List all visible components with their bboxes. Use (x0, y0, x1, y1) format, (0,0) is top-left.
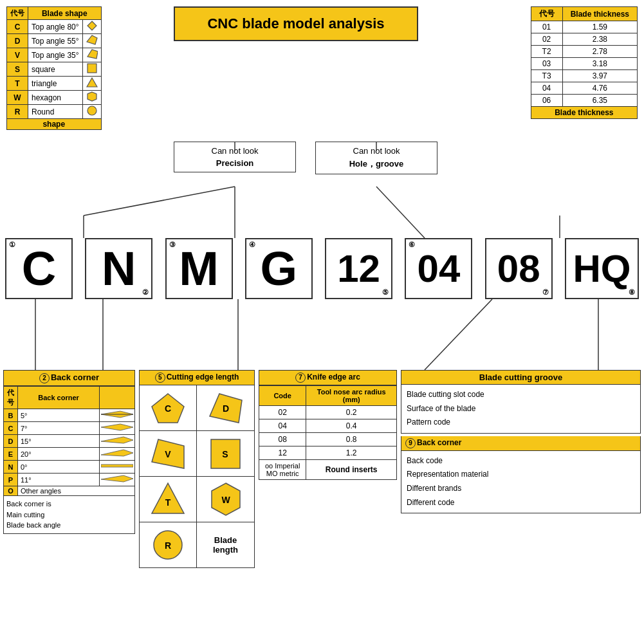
letters-row: ① C ② N ③ M ④ G ⑤ 12 ⑥ 04 ⑦ 08 (5, 238, 639, 299)
ke-code-02: 02 (259, 406, 306, 419)
back-corner-footer: Back corner isMain cuttingBlade back ang… (3, 496, 135, 534)
blade-groove-panel: Blade cutting groove Blade cutting slot … (401, 370, 641, 568)
svg-text:D: D (222, 403, 228, 414)
ke-radius-header: Tool nose arc radius(mm) (306, 386, 397, 406)
shape-code-V: V (7, 48, 28, 62)
svg-text:W: W (221, 495, 230, 505)
ce-grid-row3: T W (140, 477, 254, 522)
sub-line-4: Different code (407, 498, 455, 507)
bc-row-D: D 15° (4, 435, 135, 448)
cutting-edge-header: 5Cutting edge length (139, 370, 255, 385)
groove-content: Blade cutting slot code Surface of the b… (401, 385, 641, 434)
svg-line-35 (425, 299, 492, 370)
blade-shape-code-header: 代号 (7, 7, 28, 20)
sub-line-2: Representation material (407, 470, 488, 479)
svg-marker-1 (87, 35, 97, 44)
svg-text:C: C (165, 403, 171, 414)
letter-C: C (22, 241, 56, 296)
letter-num-1: ① (9, 241, 15, 249)
precision-top-text: Can not look (181, 146, 289, 156)
letter-num-6: ⑥ (409, 241, 415, 249)
knife-edge-header: 7Knife edge arc (259, 370, 397, 385)
groove-line-3: Pattern code (407, 418, 450, 427)
blade-shape-name-header: Blade shape (28, 7, 102, 20)
ke-circle: 7 (295, 373, 306, 383)
shape-name-D: Top angle 55° (28, 34, 83, 48)
hole-groove-box: Can not look Hole，groove (315, 142, 437, 174)
bc-code-B: B (4, 409, 18, 422)
title-text: CNC blade model analysis (207, 15, 384, 32)
ke-radius-08: 0.8 (306, 433, 397, 446)
bc-angle-C: 7° (18, 422, 100, 435)
shape-name-T: triangle (28, 77, 83, 91)
bc-code-P: P (4, 474, 18, 486)
letter-N: N (102, 241, 136, 296)
ke-row-imperial: oo ImperialMO metric Round inserts (259, 460, 397, 480)
letter-box-08: ⑦ 08 (485, 238, 553, 299)
back-corner-table: 代号 Back corner B 5° C 7° (3, 386, 135, 496)
sub-line-3: Different brands (407, 484, 461, 493)
thick-T2-code: T2 (531, 46, 562, 58)
letter-num-7: ⑦ (542, 288, 549, 297)
shape-code-T: T (7, 77, 28, 91)
svg-line-30 (376, 187, 425, 238)
bc-code-E: E (4, 448, 18, 461)
svg-text:R: R (164, 540, 170, 551)
svg-rect-3 (87, 64, 97, 73)
letter-box-C: ① C (5, 238, 73, 299)
thick-name-header: Blade thickness (562, 7, 637, 21)
letter-M: M (179, 241, 219, 296)
bc-code-header: 代号 (4, 387, 18, 409)
shape-code-S: S (7, 62, 28, 77)
hole-top-text: Can not look (322, 146, 430, 156)
letter-G: G (261, 241, 298, 296)
shape-icon-V (82, 48, 101, 62)
bc-angle-N: 0° (18, 461, 100, 474)
ce-blade-length: Bladelength (197, 522, 254, 567)
blade-thickness-table: 代号 Blade thickness 011.59 022.38 T22.78 … (531, 6, 638, 119)
blade-shape-footer: shape (7, 119, 102, 130)
groove-header: Blade cutting groove (401, 370, 641, 385)
ke-radius-04: 0.4 (306, 419, 397, 433)
letter-box-04: ⑥ 04 (405, 238, 472, 299)
letter-num-3: ③ (169, 241, 176, 249)
letter-04: 04 (418, 246, 461, 291)
letter-box-N: ② N (85, 238, 152, 299)
ce-circle: 5 (155, 373, 165, 383)
svg-rect-12 (101, 465, 133, 467)
letter-box-HQ: ⑧ HQ (565, 238, 639, 299)
shape-name-V: Top angle 35° (28, 48, 83, 62)
shape-code-R: R (7, 105, 28, 119)
svg-marker-2 (87, 50, 98, 59)
bc-row-E: E 20° (4, 448, 135, 461)
letter-num-5: ⑤ (382, 288, 389, 297)
shape-code-W: W (7, 91, 28, 105)
ke-code-08: 08 (259, 433, 306, 446)
bc-code-O: O (4, 486, 18, 496)
thick-06-val: 6.35 (562, 95, 637, 107)
thick-T2-val: 2.78 (562, 46, 637, 58)
shape-icon-R (82, 105, 101, 119)
bc-icon-header (100, 387, 135, 409)
shape-code-C: C (7, 20, 28, 34)
bc-row-P: P 11° (4, 474, 135, 486)
svg-text:S: S (222, 449, 228, 459)
ce-cell-W: W (197, 477, 254, 522)
bc-icon-D (100, 435, 135, 448)
cutting-edge-inner: C D V S T (139, 385, 255, 568)
bc-angle-O: Other angles (18, 486, 135, 496)
letter-num-8: ⑧ (629, 288, 635, 297)
ke-code-04: 04 (259, 419, 306, 433)
thick-T3-code: T3 (531, 70, 562, 82)
ke-row-02: 02 0.2 (259, 406, 397, 419)
blade-thickness-footer: Blade thickness (531, 107, 637, 119)
ke-radius-02: 0.2 (306, 406, 397, 419)
ke-row-08: 08 0.8 (259, 433, 397, 446)
thick-02-val: 2.38 (562, 33, 637, 46)
main-container: CNC blade model analysis 代号 Blade shape … (0, 0, 644, 644)
bottom-panels: 2Back corner 代号 Back corner B 5° C (3, 370, 641, 568)
svg-line-37 (84, 187, 235, 216)
thick-04-code: 04 (531, 82, 562, 95)
bc-angle-P: 11° (18, 474, 100, 486)
knife-edge-panel: 7Knife edge arc Code Tool nose arc radiu… (259, 370, 397, 568)
